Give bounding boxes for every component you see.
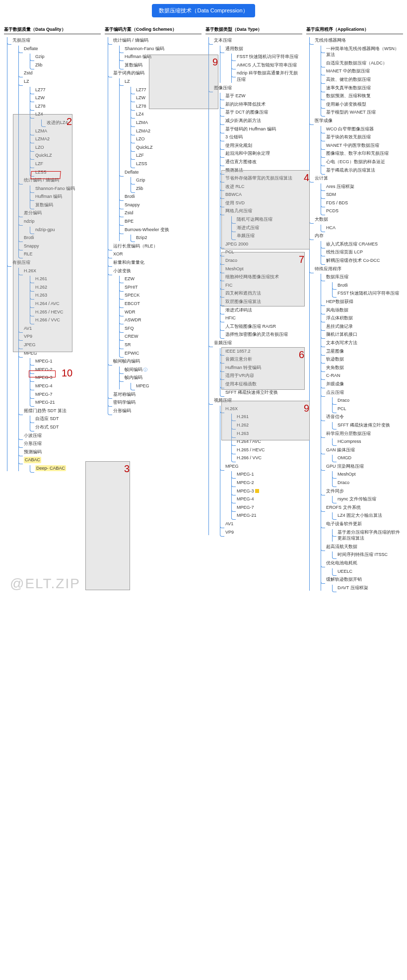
tree-node: MPEG [131,383,202,389]
tree-node: Deep- CABAC [30,465,101,472]
node-label: H.262 [35,284,47,291]
tree-node: 风电场数据 [321,307,403,313]
tree-node: SPECK [120,292,202,299]
node-label: 帧间编码 ⓘ [125,367,147,373]
node-label: Snappy [125,202,140,208]
column-header: 基于数据类型（Data Type） [205,25,302,34]
tree-node: CREW [120,333,202,340]
tree-node: FSST 快速随机访问字符串压缩 [232,54,302,60]
node-label: LZW [136,95,145,101]
tree-node: 分形编码 [108,408,202,414]
tree-node: Ares 压缩框架 [321,184,403,190]
node-label: 预测编码 [24,449,42,455]
tree-node: 改进的LZ4 [42,120,101,126]
tree-node: H.263 [30,292,101,299]
node-label: 节省外存储器带宽的无损压缩算法 [225,175,292,182]
node-label: AV1 [225,521,233,527]
tree-node: ndzip-gpu [30,227,101,233]
node-label: H.264 / AVC [35,301,60,307]
tree-node: 无损压缩DeflateGzipZlibZstdLZLZ77LZWLZ78LZ4改… [7,37,101,257]
tree-node: 通用数据FSST 快速随机访问字符串压缩AIMCS 人工智能短字符串压缩ndzi… [220,46,302,83]
tree-node: 速率失真平衡数据压缩 [321,85,403,91]
tree-node: Zstd [19,70,101,76]
tree-node: 节省外存储器带宽的无损压缩算法 [220,175,302,182]
node-label: CABAC [24,457,41,463]
node-label: PCDS [326,208,339,214]
tree-node: 数据库压缩BrotliFSST 快速随机访问字符串压缩 [321,274,403,297]
node-label: H.262 [237,422,249,429]
tree-node: 人工智能图像压缩 RAISR [220,323,302,330]
tree-node: LZLZ77LZWLZ78LZ4LZMALZMA2LZOQuickLZLZFLZ… [120,78,202,167]
tree-node: MPEG-7 [232,504,302,511]
node-label: 使用本征模函数 [225,381,257,387]
tree-node: MPEG-7 [30,391,101,398]
tree-node: WDR [120,309,202,315]
tree-node: 帧间帧内编码帧间编码 ⓘ帧内编码MPEG [108,358,202,389]
node-label: 图像缩放、数字水印和无损压缩 [326,150,389,157]
node-label: 无损压缩 [12,37,30,44]
node-label: 分形编码 [113,408,131,414]
node-label: H.263 [35,292,47,299]
node-label: 小波压缩 [24,432,42,439]
node-label: MPEG [24,350,37,357]
tree-node: MPEG-1 [232,471,302,478]
tree-node: 双层图像压缩算法 [220,299,302,305]
node-label: 文本压缩 [214,37,232,44]
tree-node: 小波变换EZWSPHITSPECKEBCOTWDRASWDRSFQCREWSRE… [108,268,202,357]
node-label: 分布式 SDT [35,424,59,430]
tree-node: SFFT 稀疏快速傅立叶变换 [333,422,403,429]
node-label: 文件同步 [326,488,344,494]
tree-node: OMGD [333,455,403,461]
node-label: 自适应 SDT [35,416,59,422]
tree-node: H.263 [232,430,302,437]
node-label: 基于差分压缩和字典压缩的软件更新压缩算法 [338,529,403,542]
node-label: 无线传感器网络 [315,37,346,44]
tree-node: 无线传感器网络一种简单地无线传感器网络（WSN）算法自适应无损数据压缩（ALDC… [310,37,403,116]
node-label: H.263 [237,430,249,437]
tree-node: 新的比特率降低技术 [220,101,302,108]
node-label: EBCOT [125,301,140,307]
tree-node: 统计编码 / 熵编码Shannon-Fano 编码Huffman 编码算数编码 [19,177,101,208]
tree-node: QuickLZ [30,152,101,159]
node-label: Brotli [338,282,348,289]
node-label: MANET 中的数据压缩 [326,68,370,74]
tree-node: MeshOpt [333,471,403,478]
node-label: EROFS 文件系统 [326,504,361,511]
node-label: XOR [113,251,123,257]
tree-node: 视频压缩H.26XH.261H.262H.263H.264 / AVCH.265… [209,397,302,535]
tree-node: BPE [120,218,202,225]
node-label: HEP数据获得 [326,299,353,305]
node-label: Zstd [24,70,33,76]
node-label: 超高清航天数据 [326,544,357,550]
node-label: 摇摆门趋势 SDT 算法 [24,408,67,414]
tree-node: LZ4改进的LZ4 [30,111,101,125]
tree-node: VP9 [220,529,302,536]
node-label: MPEG-3 [35,374,53,381]
tree-node: 科学应用分层数据压缩HCompress [321,430,403,445]
tree-node: Zlib [131,185,202,192]
tree-node: 帧内编码MPEG [120,374,202,389]
node-label: 图像压缩 [214,85,232,91]
tree-node: 图像压缩基于 EZW新的比特率降低技术基于 DCT 的图像压缩减少距离的新方法基… [209,85,302,338]
tree-node: AIMCS 人工智能短字符串压缩 [232,62,302,68]
tree-node: Huffman 编码 [30,193,101,200]
tree-node: H.265 / HEVC [232,447,302,453]
node-label: 人工智能图像压缩 RAISR [225,323,276,330]
node-label: LZ78 [136,103,146,110]
tree-node: Bzip2 [131,235,202,241]
node-label: JPEG 2000 [225,241,248,247]
node-label: MPEG-7 [237,504,254,511]
node-label: 时间序列特殊压缩 ITSSC [338,551,388,558]
tree-node: 渐进式压缩 [232,225,302,231]
tree-node: LZ78 [131,103,202,110]
tree-node: Draco [333,397,403,404]
tree-node: 网格几何压缩随机可达网格压缩渐进式压缩单频压缩 [220,208,302,239]
tree-node: H.261 [30,276,101,282]
tree-node: Snappy [120,202,202,208]
tree-node: 自适应 SDT [30,416,101,422]
tree-node: Brotli [333,282,403,289]
node-label: 通信直方图修改 [225,159,257,165]
node-label: 特殊应用程序 [315,266,341,272]
node-label: Draco [225,257,237,264]
tree-node: IEEE 1857.2 [220,348,302,355]
